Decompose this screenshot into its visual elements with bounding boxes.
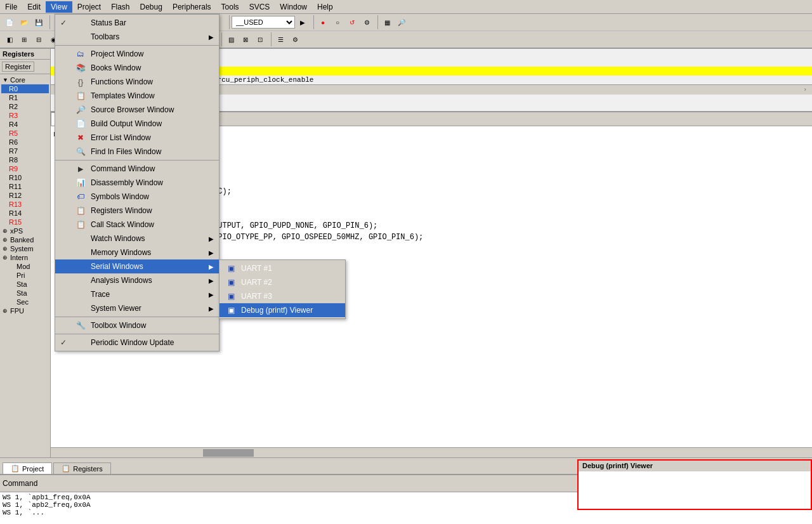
menu-trace[interactable]: Trace ▶ (55, 287, 219, 301)
menu-file[interactable]: File (0, 1, 22, 13)
menu-symbols[interactable]: 🏷 Symbols Window (55, 190, 219, 204)
menu-debug[interactable]: Debug (135, 1, 167, 13)
arrow-memory: ▶ (209, 249, 214, 256)
open-btn[interactable]: 📂 (17, 15, 31, 29)
menu-command-window[interactable]: ▶ Command Window (55, 162, 219, 176)
reg-sta2[interactable]: Sta (1, 289, 49, 298)
uart1-item[interactable]: ▣ UART #1 (219, 261, 345, 275)
menu-toolbars[interactable]: Toolbars ▶ (55, 30, 219, 44)
menu-system-viewer[interactable]: System Viewer ▶ (55, 301, 219, 315)
reg-r9[interactable]: R9 (1, 164, 49, 173)
tb2-btn3[interactable]: ⊟ (32, 32, 46, 46)
tb2-btnJ[interactable]: ⚙ (288, 32, 302, 46)
label-symbols: Symbols Window (91, 192, 214, 201)
menu-analysis-windows[interactable]: Analysis Windows ▶ (55, 273, 219, 287)
h-scrollbar[interactable] (51, 447, 812, 457)
menu-memory-windows[interactable]: Memory Windows ▶ (55, 246, 219, 259)
menu-edit[interactable]: Edit (22, 1, 46, 13)
reg-sta1[interactable]: Sta (1, 280, 49, 289)
reg-r12[interactable]: R12 (1, 191, 49, 200)
tb2-btnH[interactable]: ⊡ (253, 32, 267, 46)
menu-call-stack[interactable]: 📋 Call Stack Window (55, 218, 219, 232)
menu-disassembly[interactable]: 📊 Disassembly Window (55, 176, 219, 190)
reg-pri[interactable]: Pri (1, 271, 49, 280)
reg-r1[interactable]: R1 (1, 93, 49, 102)
reg-r0[interactable]: R0 (1, 84, 49, 93)
uart3-item[interactable]: ▣ UART #3 (219, 289, 345, 303)
menu-window[interactable]: Window (275, 1, 312, 13)
menu-project[interactable]: Project (72, 1, 106, 13)
reg-r10[interactable]: R10 (1, 173, 49, 182)
new-btn[interactable]: 📄 (3, 15, 16, 29)
tb2-btnG[interactable]: ⊠ (239, 32, 252, 46)
menu-svcs[interactable]: SVCS (244, 1, 275, 13)
reg-r6[interactable]: R6 (1, 138, 49, 147)
icon-periodic (74, 337, 87, 348)
reg-r11[interactable]: R11 (1, 182, 49, 191)
arrow-system-viewer: ▶ (209, 305, 214, 312)
combo-go-btn[interactable]: ▶ (296, 15, 310, 29)
reg-sec[interactable]: Sec (1, 298, 49, 306)
banked-expand[interactable]: ⊕ Banked (1, 235, 49, 244)
label-build-output: Build Output Window (91, 119, 214, 128)
reg-r13[interactable]: R13 (1, 200, 49, 209)
menu-serial-windows[interactable]: Serial Windows ▶ ▣ UART #1 ▣ UART #2 ▣ U… (55, 259, 219, 273)
fpu-expand[interactable]: ⊕ FPU (1, 306, 49, 315)
tb2-btnI[interactable]: ☰ (273, 32, 287, 46)
menu-functions-window[interactable]: {} Functions Window (55, 75, 219, 89)
project-tab[interactable]: 📋 Project (3, 462, 52, 474)
xps-expand[interactable]: ⊕ xPS (1, 226, 49, 235)
menu-toolbox[interactable]: 🔧 Toolbox Window (55, 318, 219, 332)
menu-templates-window[interactable]: 📋 Templates Window (55, 89, 219, 103)
menu-peripherals[interactable]: Peripherals (167, 1, 216, 13)
label-trace: Trace (91, 290, 202, 299)
menu-tools[interactable]: Tools (216, 1, 244, 13)
menu-view[interactable]: View (46, 1, 72, 13)
reg-r3[interactable]: R3 (1, 111, 49, 120)
menu-flash[interactable]: Flash (106, 1, 134, 13)
reg-r15[interactable]: R15 (1, 218, 49, 226)
registers-tab[interactable]: 📋 Registers (53, 462, 110, 474)
settings-btn[interactable]: ⚙ (360, 15, 374, 29)
debug-viewer-item[interactable]: ▣ Debug (printf) Viewer (219, 303, 345, 317)
run-btn[interactable]: ● (316, 15, 330, 29)
stop-btn[interactable]: ○ (331, 15, 344, 29)
layout-btn[interactable]: ▦ (380, 15, 394, 29)
banked-label: Banked (10, 236, 34, 244)
uart2-item[interactable]: ▣ UART #2 (219, 275, 345, 289)
menu-project-window[interactable]: 🗂 Project Window (55, 47, 219, 61)
menu-registers-window[interactable]: 📋 Registers Window (55, 204, 219, 218)
function-combo[interactable]: __USED (232, 16, 295, 29)
reg-r8[interactable]: R8 (1, 155, 49, 164)
magnify-btn[interactable]: 🔎 (395, 15, 409, 29)
menu-periodic-update[interactable]: ✓ Periodic Window Update (55, 336, 219, 350)
reg-r2[interactable]: R2 (1, 102, 49, 111)
save-btn[interactable]: 💾 (32, 15, 46, 29)
divider-2 (55, 160, 219, 160)
menu-status-bar[interactable]: ✓ Status Bar (55, 16, 219, 30)
register-tab[interactable]: Register (2, 62, 34, 72)
reset-btn[interactable]: ↺ (345, 15, 359, 29)
menu-books-window[interactable]: 📚 Books Window (55, 61, 219, 75)
tb2-btn2[interactable]: ⊞ (17, 32, 31, 46)
menu-help[interactable]: Help (312, 1, 338, 13)
intern-expand[interactable]: ⊕ Intern (1, 253, 49, 262)
tb2-btnF[interactable]: ▨ (224, 32, 238, 46)
core-expand[interactable]: ▼ Core (1, 75, 49, 84)
reg-r5[interactable]: R5 (1, 129, 49, 138)
reg-mod[interactable]: Mod (1, 262, 49, 271)
menu-source-browser[interactable]: 🔎 Source Browser Window (55, 103, 219, 117)
reg-r7[interactable]: R7 (1, 147, 49, 155)
menu-watch-windows[interactable]: Watch Windows ▶ (55, 232, 219, 246)
menu-build-output[interactable]: 📄 Build Output Window (55, 117, 219, 131)
menu-find-files[interactable]: 🔍 Find In Files Window (55, 145, 219, 159)
reg-r14[interactable]: R14 (1, 209, 49, 218)
system-expand[interactable]: ⊕ System (1, 244, 49, 253)
tb2-btn1[interactable]: ◧ (3, 32, 16, 46)
label-periodic-update: Periodic Window Update (91, 338, 214, 347)
icon-call-stack: 📋 (74, 219, 87, 230)
reg-r4[interactable]: R4 (1, 120, 49, 129)
debug-viewer-body[interactable] (579, 471, 811, 476)
menu-error-list[interactable]: ✖ Error List Window (55, 131, 219, 145)
h-scroll-thumb[interactable] (203, 449, 254, 457)
